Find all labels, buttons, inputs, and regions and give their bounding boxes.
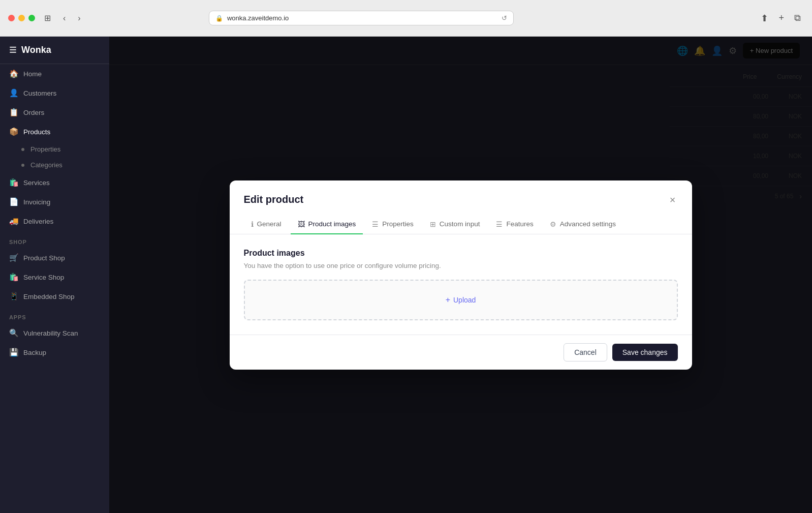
tab-label: General [257, 220, 282, 228]
traffic-lights [8, 15, 35, 21]
sidebar-item-label: Deliveries [23, 218, 53, 225]
modal-footer: Cancel Save changes [230, 335, 692, 370]
fullscreen-traffic-light[interactable] [28, 15, 35, 21]
upload-text: Upload [453, 296, 476, 304]
browser-forward-button[interactable]: › [75, 13, 83, 24]
app-container: ☰ Wonka 🏠 Home 👤 Customers 📋 Orders 📦 Pr… [0, 37, 812, 513]
browser-chrome: ⊞ ‹ › 🔒 wonka.zaveitdemo.io ↺ ⬆ + ⧉ [0, 0, 812, 37]
app-name: Wonka [21, 45, 51, 55]
upload-label: + Upload [446, 295, 476, 305]
sidebar-item-home[interactable]: 🏠 Home [0, 64, 109, 83]
sidebar-item-label: Product Shop [23, 254, 65, 262]
tab-properties[interactable]: ☰ Properties [365, 215, 421, 234]
cancel-button[interactable]: Cancel [564, 343, 607, 361]
sidebar-toggle-button[interactable]: ⊞ [41, 12, 54, 24]
deliveries-icon: 🚚 [9, 217, 18, 226]
tab-label: Advanced settings [560, 220, 616, 228]
properties-tab-icon: ☰ [372, 220, 379, 228]
sidebar-item-embedded-shop[interactable]: 📱 Embedded Shop [0, 287, 109, 306]
address-bar[interactable]: 🔒 wonka.zaveitdemo.io ↺ [209, 11, 514, 25]
tab-custom-input[interactable]: ⊞ Custom input [423, 215, 487, 234]
modal-close-button[interactable]: × [668, 193, 678, 207]
main-content: 🌐 🔔 👤 ⚙ + New product Price Currency 00,… [109, 37, 812, 513]
sidebar: ☰ Wonka 🏠 Home 👤 Customers 📋 Orders 📦 Pr… [0, 37, 109, 513]
modal-header: Edit product × [230, 180, 692, 207]
service-shop-icon: 🛍️ [9, 273, 18, 282]
sidebar-item-orders[interactable]: 📋 Orders [0, 103, 109, 122]
sidebar-item-label: Invoicing [23, 198, 50, 206]
tab-features[interactable]: ☰ Features [489, 215, 540, 234]
general-tab-icon: ℹ [251, 220, 254, 228]
minimize-traffic-light[interactable] [18, 15, 25, 21]
custom-input-tab-icon: ⊞ [430, 220, 436, 228]
advanced-settings-tab-icon: ⚙ [550, 220, 556, 228]
sidebar-item-invoicing[interactable]: 📄 Invoicing [0, 192, 109, 212]
extensions-icon[interactable]: ⧉ [791, 12, 804, 25]
tab-product-images[interactable]: 🖼 Product images [291, 215, 363, 234]
edit-product-modal: Edit product × ℹ General 🖼 Product image… [230, 180, 692, 370]
sidebar-item-product-shop[interactable]: 🛒 Product Shop [0, 248, 109, 267]
product-shop-icon: 🛒 [9, 253, 18, 262]
sidebar-item-label: Services [23, 179, 50, 187]
section-description: You have the option to use one price or … [244, 262, 678, 269]
tab-label: Product images [308, 220, 356, 228]
sidebar-sub-label: Categories [30, 161, 63, 169]
sidebar-sub-label: Properties [30, 145, 60, 153]
sidebar-item-service-shop[interactable]: 🛍️ Service Shop [0, 267, 109, 287]
home-icon: 🏠 [9, 69, 18, 78]
browser-back-button[interactable]: ‹ [60, 13, 69, 24]
hamburger-icon[interactable]: ☰ [9, 45, 16, 55]
reload-icon[interactable]: ↺ [502, 14, 507, 22]
lock-icon: 🔒 [215, 15, 223, 22]
close-traffic-light[interactable] [8, 15, 15, 21]
apps-section-label: APPS [0, 306, 109, 323]
dot-icon [21, 148, 24, 151]
sidebar-item-deliveries[interactable]: 🚚 Deliveries [0, 212, 109, 231]
tab-general[interactable]: ℹ General [244, 215, 289, 234]
tab-label: Custom input [440, 220, 480, 228]
section-title: Product images [244, 249, 678, 258]
sidebar-item-label: Embedded Shop [23, 293, 75, 300]
sidebar-item-vulnerability-scan[interactable]: 🔍 Vulnerability Scan [0, 323, 109, 343]
services-icon: 🛍️ [9, 178, 18, 187]
sidebar-item-label: Service Shop [23, 274, 64, 281]
sidebar-item-label: Products [23, 128, 50, 136]
new-tab-icon[interactable]: + [775, 12, 787, 25]
tab-label: Features [506, 220, 533, 228]
invoicing-icon: 📄 [9, 197, 18, 206]
sidebar-item-properties[interactable]: Properties [0, 141, 109, 157]
vulnerability-icon: 🔍 [9, 328, 18, 338]
sidebar-item-label: Home [23, 70, 42, 78]
sidebar-header: ☰ Wonka [0, 37, 109, 64]
tab-label: Properties [382, 220, 414, 228]
shop-section-label: SHOP [0, 231, 109, 248]
plus-icon: + [446, 295, 450, 305]
product-images-tab-icon: 🖼 [298, 220, 305, 228]
orders-icon: 📋 [9, 108, 18, 117]
sidebar-item-label: Customers [23, 89, 56, 97]
sidebar-item-label: Orders [23, 109, 44, 116]
sidebar-item-services[interactable]: 🛍️ Services [0, 173, 109, 192]
products-icon: 📦 [9, 127, 18, 136]
share-icon[interactable]: ⬆ [758, 12, 771, 25]
sidebar-item-products[interactable]: 📦 Products [0, 122, 109, 141]
customers-icon: 👤 [9, 88, 18, 98]
dot-icon [21, 164, 24, 167]
sidebar-item-backup[interactable]: 💾 Backup [0, 343, 109, 362]
upload-zone[interactable]: + Upload [244, 280, 678, 320]
save-changes-button[interactable]: Save changes [612, 344, 678, 361]
modal-title: Edit product [244, 194, 304, 205]
modal-tabs: ℹ General 🖼 Product images ☰ Properties … [230, 215, 692, 234]
embedded-shop-icon: 📱 [9, 292, 18, 301]
browser-actions: ⬆ + ⧉ [758, 12, 804, 25]
sidebar-item-categories[interactable]: Categories [0, 157, 109, 173]
url-text: wonka.zaveitdemo.io [227, 14, 289, 22]
sidebar-item-label: Backup [23, 349, 46, 356]
sidebar-item-customers[interactable]: 👤 Customers [0, 83, 109, 103]
modal-overlay: Edit product × ℹ General 🖼 Product image… [109, 37, 812, 513]
tab-advanced-settings[interactable]: ⚙ Advanced settings [543, 215, 623, 234]
sidebar-item-label: Vulnerability Scan [23, 329, 78, 337]
modal-body: Product images You have the option to us… [230, 234, 692, 335]
features-tab-icon: ☰ [496, 220, 503, 228]
backup-icon: 💾 [9, 348, 18, 357]
